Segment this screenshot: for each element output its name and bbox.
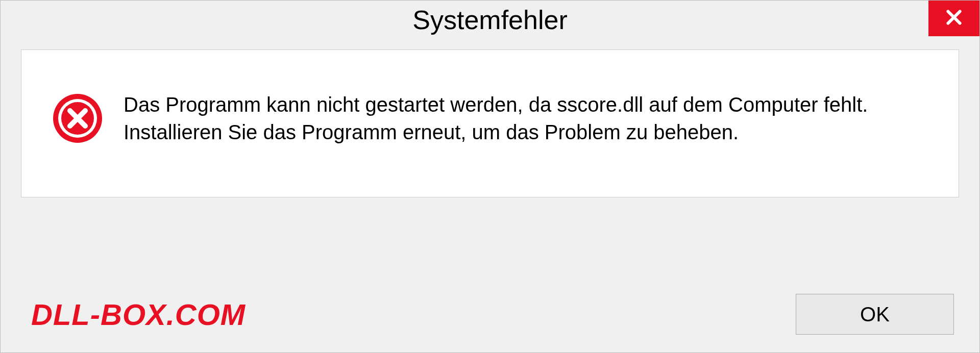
dialog-title: Systemfehler: [412, 5, 567, 35]
system-error-dialog: Systemfehler Das Programm kann nicht ges…: [0, 0, 980, 353]
watermark-text: DLL-BOX.COM: [31, 297, 246, 332]
dialog-footer: DLL-BOX.COM OK: [1, 276, 979, 352]
titlebar: Systemfehler: [1, 1, 979, 39]
close-icon: [944, 7, 964, 30]
error-icon: [52, 93, 103, 144]
close-button[interactable]: [928, 1, 979, 36]
error-message: Das Programm kann nicht gestartet werden…: [124, 91, 928, 146]
dialog-content: Das Programm kann nicht gestartet werden…: [21, 49, 959, 197]
ok-button[interactable]: OK: [796, 294, 954, 335]
